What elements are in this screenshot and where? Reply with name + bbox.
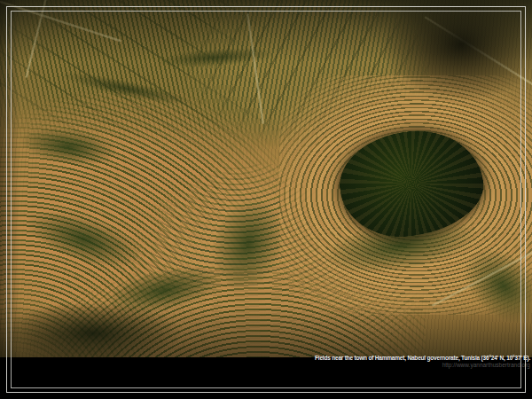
vignette-left: [0, 0, 20, 357]
vignette-bottom: [0, 304, 532, 357]
aerial-photo: [0, 0, 532, 357]
caption-url: http://www.yannarthusbertrand.org: [315, 362, 530, 368]
wallpaper-image: Fields near the town of Hammamet, Nabeul…: [0, 0, 532, 399]
photo-caption: Fields near the town of Hammamet, Nabeul…: [315, 355, 530, 368]
haze-overlay-top: [0, 0, 532, 62]
caption-title: Fields near the town of Hammamet, Nabeul…: [315, 355, 530, 361]
